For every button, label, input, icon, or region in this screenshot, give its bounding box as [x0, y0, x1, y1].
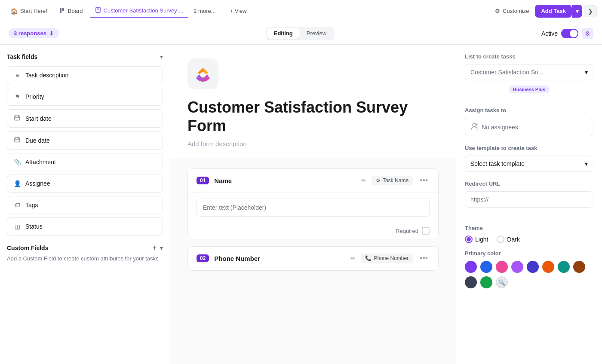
color-swatch-purple[interactable]: [465, 261, 477, 273]
theme-light[interactable]: Light: [465, 236, 488, 243]
nav-add-view-label: + View: [230, 8, 247, 14]
svg-rect-0: [60, 8, 61, 13]
color-swatch-eyedrop[interactable]: 🔍: [496, 276, 508, 288]
field-type-label-02: Phone Number: [374, 255, 408, 261]
svg-rect-10: [15, 138, 20, 142]
preview-button[interactable]: Preview: [300, 28, 333, 39]
field-item-due-date[interactable]: Due date: [7, 131, 163, 150]
list-select-chevron: ▾: [585, 69, 588, 76]
theme-dark-radio[interactable]: [497, 236, 504, 243]
required-checkbox-01[interactable]: [422, 227, 430, 235]
field-label-due-date: Due date: [25, 137, 50, 144]
field-item-attachment[interactable]: 📎 Attachment: [7, 153, 163, 171]
color-swatches: 🔍: [465, 261, 593, 288]
nav-tab-start-here-label: Start Here!: [20, 8, 47, 14]
main-layout: Task fields ▾ ≡ Task description ⚑ Prior…: [0, 45, 602, 364]
list-select[interactable]: Customer Satisfaction Su... ▾: [465, 64, 593, 80]
status-icon: ◫: [13, 223, 21, 230]
edit-preview-toggle: Editing Preview: [266, 27, 335, 40]
field-type-label-01: Task Name: [383, 177, 408, 184]
phone-icon: 📞: [365, 255, 372, 261]
redirect-url-input[interactable]: [465, 191, 593, 208]
redirect-url-label: Redirect URL: [465, 180, 593, 187]
custom-fields-add-icon[interactable]: +: [153, 244, 157, 252]
custom-fields-section-header: Custom Fields + ▾: [7, 244, 163, 252]
nav-tab-survey[interactable]: Customer Satisfaction Survey ...: [90, 4, 189, 18]
color-swatch-dark[interactable]: [465, 276, 477, 288]
theme-dark[interactable]: Dark: [497, 236, 520, 243]
form-field-footer-01: Required: [188, 223, 438, 239]
download-icon: ⬇: [49, 30, 54, 37]
responses-badge[interactable]: 3 responses ⬇: [9, 28, 59, 38]
color-section: Primary color 🔍: [465, 250, 593, 288]
form-field-header-name: 01 Name ✏ ⚙ Task Name •••: [188, 169, 438, 193]
field-more-01[interactable]: •••: [418, 176, 430, 185]
nav-add-view[interactable]: + View: [227, 5, 250, 17]
theme-light-radio[interactable]: [465, 236, 473, 243]
color-swatch-brown[interactable]: [573, 261, 585, 273]
color-swatch-blue[interactable]: [480, 261, 492, 273]
field-item-start-date[interactable]: Start date: [7, 109, 163, 128]
theme-light-label: Light: [475, 236, 488, 243]
redirect-url-section: Redirect URL: [465, 180, 593, 216]
nav-collapse-button[interactable]: ❯: [584, 5, 597, 17]
field-type-badge-02[interactable]: 📞 Phone Number: [361, 254, 413, 263]
field-item-assignee[interactable]: 👤 Assignee: [7, 174, 163, 193]
toolbar: 3 responses ⬇ Editing Preview Active ⚙: [0, 22, 602, 45]
color-swatch-pink[interactable]: [496, 261, 508, 273]
field-item-status[interactable]: ◫ Status: [7, 217, 163, 236]
form-field-card-phone: 02 Phone Number ✏ 📞 Phone Number •••: [187, 246, 439, 271]
form-title: Customer Satisfaction Survey Form: [187, 98, 439, 135]
due-date-icon: [13, 137, 21, 144]
list-to-create-label: List to create tasks: [465, 53, 593, 60]
active-toggle[interactable]: [561, 29, 578, 38]
settings-icon-button[interactable]: ⚙: [582, 28, 593, 39]
color-swatch-green[interactable]: [480, 276, 492, 288]
color-swatch-orange[interactable]: [542, 261, 554, 273]
form-fields: 01 Name ✏ ⚙ Task Name ••• Required: [170, 158, 456, 288]
template-select[interactable]: Select task template ▾: [465, 156, 593, 172]
customize-button[interactable]: ⚙ Customize: [491, 5, 533, 17]
assignee-icon: 👤: [13, 180, 21, 187]
form-header: Customer Satisfaction Survey Form Add fo…: [170, 45, 456, 158]
theme-options: Light Dark: [465, 236, 593, 243]
form-description: Add form description: [187, 140, 439, 147]
field-item-task-description[interactable]: ≡ Task description: [7, 66, 163, 84]
color-swatch-violet[interactable]: [511, 261, 523, 273]
task-fields-collapse-icon[interactable]: ▾: [160, 53, 163, 60]
editing-button[interactable]: Editing: [267, 28, 300, 39]
field-edit-icon-01[interactable]: ✏: [361, 177, 366, 184]
template-chevron: ▾: [585, 160, 588, 167]
active-text: Active: [541, 30, 558, 37]
task-fields-section-header: Task fields ▾: [7, 53, 163, 60]
list-select-value: Customer Satisfaction Su...: [470, 69, 585, 76]
form-field-header-phone: 02 Phone Number ✏ 📞 Phone Number •••: [188, 247, 438, 270]
field-label-assignee: Assignee: [25, 180, 50, 187]
no-assignees[interactable]: No assignees: [465, 118, 593, 136]
nav-more[interactable]: 2 more...: [190, 5, 219, 17]
sidebar-right: List to create tasks Customer Satisfacti…: [456, 45, 602, 364]
customize-icon: ⚙: [495, 8, 500, 14]
field-item-priority[interactable]: ⚑ Priority: [7, 88, 163, 106]
theme-dark-label: Dark: [507, 236, 520, 243]
form-field-input-01[interactable]: [197, 199, 430, 217]
color-swatch-indigo[interactable]: [527, 261, 539, 273]
custom-fields-collapse-icon[interactable]: ▾: [160, 245, 163, 251]
field-item-tags[interactable]: 🏷 Tags: [7, 196, 163, 214]
sidebar-left: Task fields ▾ ≡ Task description ⚑ Prior…: [0, 45, 170, 364]
field-type-badge-01[interactable]: ⚙ Task Name: [372, 176, 413, 185]
color-swatch-teal[interactable]: [558, 261, 570, 273]
add-task-button[interactable]: Add Task: [535, 5, 572, 18]
theme-section: Theme Light Dark: [465, 225, 593, 243]
nav-tab-start-here[interactable]: 🏠 Start Here!: [5, 5, 52, 17]
clickup-logo: [194, 64, 212, 83]
assign-section: Assign tasks to No assignees: [465, 107, 593, 136]
add-task-dropdown[interactable]: ▾: [572, 5, 582, 18]
form-field-body-01: [188, 193, 438, 223]
task-fields-label: Task fields: [7, 53, 37, 60]
field-more-02[interactable]: •••: [418, 254, 430, 263]
field-label-attachment: Attachment: [25, 159, 56, 165]
nav-tab-board[interactable]: Board: [54, 5, 88, 17]
field-edit-icon-02[interactable]: ✏: [350, 255, 356, 262]
form-logo-wrap: [187, 58, 218, 89]
